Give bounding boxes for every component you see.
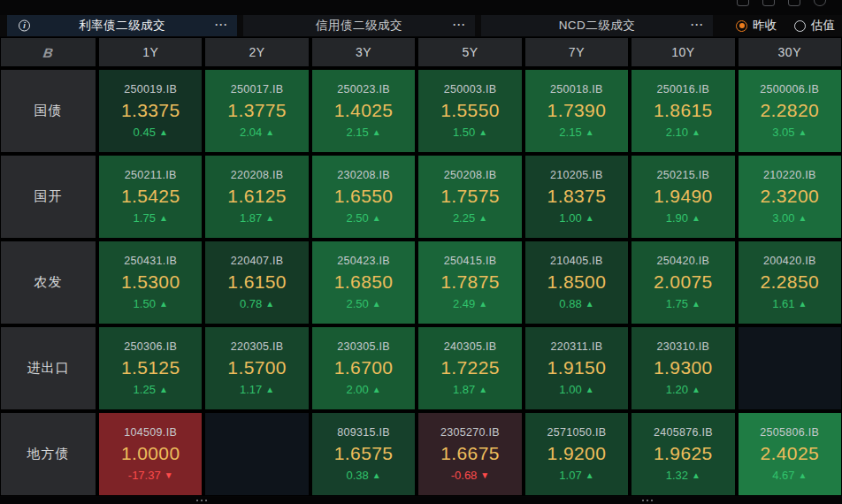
cell-adbc-10y[interactable]: 250420.IB2.00751.75▲ <box>632 241 734 324</box>
cell-adbc-3y[interactable]: 250423.IB1.68502.50▲ <box>312 241 415 324</box>
bond-change: 1.50▲ <box>134 297 168 310</box>
cell-treasury-1y[interactable]: 250019.IB1.33750.45▲ <box>99 70 202 152</box>
scroll-grip[interactable] <box>196 500 198 501</box>
cell-cdb-3y[interactable]: 230208.IB1.65502.50▲ <box>312 156 415 238</box>
cell-adbc-7y[interactable]: 210405.IB1.85000.88▲ <box>525 241 628 324</box>
bond-code: 250423.IB <box>337 255 390 267</box>
tab-credit-bond-secondary[interactable]: 信用债二级成交 ··· <box>243 15 475 36</box>
cell-adbc-1y[interactable]: 250431.IB1.53001.50▲ <box>99 241 202 324</box>
bond-code: 809315.IB <box>337 426 390 439</box>
more-icon[interactable]: ··· <box>215 19 228 31</box>
cell-cdb-7y[interactable]: 210205.IB1.83751.00▲ <box>525 156 628 238</box>
cell-exim-2y[interactable]: 220305.IB1.57001.17▲ <box>205 327 308 409</box>
up-arrow-icon: ▲ <box>798 299 807 309</box>
bottom-scroll-strip <box>0 497 842 504</box>
cell-cdb-10y[interactable]: 250215.IB1.94901.90▲ <box>632 156 734 238</box>
partial-toolbar-icon[interactable] <box>737 0 749 6</box>
row-label-adbc: 农发 <box>1 241 96 324</box>
cell-exim-10y[interactable]: 230310.IB1.93001.20▲ <box>632 327 734 409</box>
up-arrow-icon: ▲ <box>586 299 594 309</box>
bond-yield: 1.3775 <box>227 100 287 121</box>
up-arrow-icon: ▲ <box>159 299 168 309</box>
cell-adbc-5y[interactable]: 250415.IB1.78752.49▲ <box>418 241 521 324</box>
cell-cdb-5y[interactable]: 250208.IB1.75752.25▲ <box>418 156 521 238</box>
up-arrow-icon: ▲ <box>478 127 487 137</box>
more-icon[interactable]: ··· <box>453 19 466 31</box>
bond-change: 0.38▲ <box>346 469 380 482</box>
bond-change: 0.88▲ <box>559 297 593 310</box>
up-arrow-icon: ▲ <box>478 213 487 223</box>
bond-code: 250306.IB <box>124 340 177 353</box>
bond-code: 250018.IB <box>550 83 603 95</box>
cell-exim-3y[interactable]: 230305.IB1.67002.00▲ <box>312 327 415 409</box>
cell-lgb-10y[interactable]: 2405876.IB1.96251.32▲ <box>632 413 734 495</box>
cell-exim-7y[interactable]: 220311.IB1.91501.00▲ <box>525 327 628 409</box>
cell-treasury-30y[interactable]: 2500006.IB2.28203.05▲ <box>739 70 841 152</box>
cell-cdb-1y[interactable]: 250211.IB1.54251.75▲ <box>99 156 202 238</box>
tab-ncd-secondary[interactable]: NCD二级成交 ··· <box>481 15 713 36</box>
bond-change: 2.49▲ <box>453 297 487 310</box>
cell-treasury-3y[interactable]: 250023.IB1.40252.15▲ <box>312 70 415 152</box>
up-arrow-icon: ▲ <box>692 213 700 223</box>
cell-lgb-30y[interactable]: 2505806.IB2.40254.67▲ <box>739 413 841 495</box>
bond-change: 2.25▲ <box>453 211 487 225</box>
price-mode-radio-group: 昨收 估值 <box>736 15 835 36</box>
partial-toolbar-icon[interactable] <box>814 0 826 6</box>
bond-change: 2.00▲ <box>346 383 380 396</box>
cell-adbc-2y[interactable]: 220407.IB1.61500.78▲ <box>205 241 308 324</box>
cell-treasury-10y[interactable]: 250016.IB1.86152.10▲ <box>632 70 734 152</box>
info-icon[interactable]: i <box>19 20 30 32</box>
bond-yield: 1.5300 <box>121 271 180 293</box>
radio-label: 估值 <box>811 18 835 34</box>
bond-change: 3.05▲ <box>772 126 807 139</box>
bond-code: 250017.IB <box>231 83 284 95</box>
bond-change: 2.50▲ <box>346 211 380 225</box>
bond-code: 250415.IB <box>444 255 497 267</box>
up-arrow-icon: ▲ <box>372 470 381 480</box>
cell-treasury-5y[interactable]: 250003.IB1.55501.50▲ <box>418 70 521 152</box>
bond-yield: 1.8375 <box>547 186 607 207</box>
up-arrow-icon: ▲ <box>372 127 381 137</box>
bond-change: 1.00▲ <box>559 383 593 396</box>
bond-yield: 2.3200 <box>760 186 819 207</box>
partial-toolbar-icon[interactable] <box>788 0 800 6</box>
bond-yield: 1.9300 <box>654 357 713 378</box>
up-arrow-icon: ▲ <box>692 470 700 480</box>
tab-rates-bond-secondary[interactable]: i 利率债二级成交 ··· <box>7 15 237 36</box>
radio-valuation[interactable]: 估值 <box>794 18 835 34</box>
cell-treasury-2y[interactable]: 250017.IB1.37752.04▲ <box>205 70 308 152</box>
bond-code: 250211.IB <box>125 169 177 181</box>
radio-prev-close[interactable]: 昨收 <box>736 18 777 34</box>
more-icon[interactable]: ··· <box>691 19 704 31</box>
bond-yield: 1.7390 <box>547 100 607 121</box>
partial-toolbar-icon[interactable] <box>762 0 775 6</box>
bond-yield: 2.2850 <box>760 271 819 293</box>
cell-exim-1y[interactable]: 250306.IB1.51251.25▲ <box>99 327 202 409</box>
up-arrow-icon: ▲ <box>798 213 807 223</box>
cell-lgb-3y[interactable]: 809315.IB1.65750.38▲ <box>312 413 415 495</box>
cell-exim-5y[interactable]: 240305.IB1.72251.87▲ <box>418 327 521 409</box>
cell-treasury-7y[interactable]: 250018.IB1.73902.15▲ <box>525 70 628 152</box>
column-header-30y: 30Y <box>739 38 841 66</box>
scroll-grip[interactable] <box>642 500 644 501</box>
bond-code: 230208.IB <box>337 169 390 181</box>
bond-change: 1.87▲ <box>453 383 487 396</box>
cell-lgb-7y[interactable]: 2571050.IB1.92001.07▲ <box>525 413 628 495</box>
cell-cdb-30y[interactable]: 210220.IB2.32003.00▲ <box>739 156 841 238</box>
bond-change: 1.75▲ <box>134 211 168 225</box>
bond-change: 3.00▲ <box>772 211 807 225</box>
bond-code: 220208.IB <box>231 169 284 181</box>
cell-lgb-5y[interactable]: 2305270.IB1.6675-0.68▼ <box>418 413 521 495</box>
bond-yield: 1.8500 <box>547 271 607 293</box>
cell-cdb-2y[interactable]: 220208.IB1.61251.87▲ <box>205 156 308 238</box>
up-arrow-icon: ▲ <box>159 213 168 223</box>
app-logo-icon: B <box>42 45 54 60</box>
cell-adbc-30y[interactable]: 200420.IB2.28501.61▲ <box>739 241 841 324</box>
quote-board-window: i 利率债二级成交 ··· 信用债二级成交 ··· NCD二级成交 ··· 昨收… <box>0 0 842 504</box>
up-arrow-icon: ▲ <box>798 127 807 137</box>
cell-lgb-1y[interactable]: 104509.IB1.0000-17.37▼ <box>99 413 202 495</box>
up-arrow-icon: ▲ <box>798 470 807 480</box>
up-arrow-icon: ▲ <box>265 213 274 223</box>
bond-change: 2.15▲ <box>346 126 380 139</box>
bond-change: 1.00▲ <box>559 211 593 225</box>
